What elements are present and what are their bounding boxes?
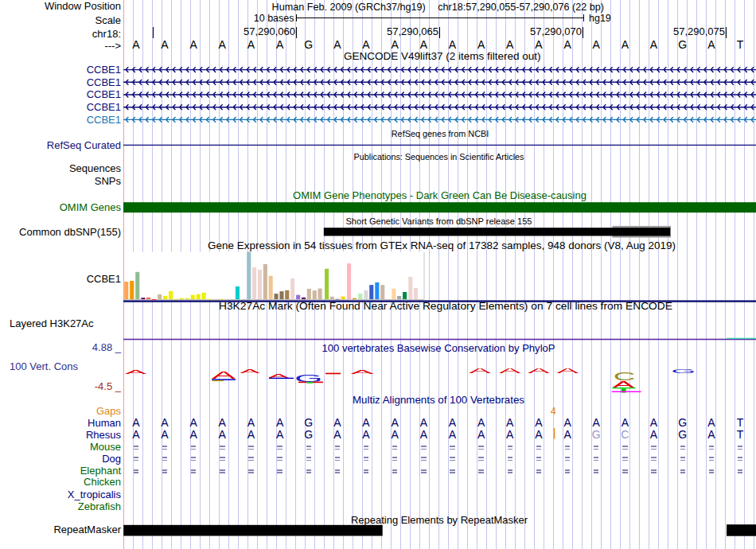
- svg-text:G: G: [678, 38, 687, 51]
- svg-text:A: A: [650, 428, 658, 441]
- svg-text:57,290,070: 57,290,070: [530, 25, 582, 37]
- svg-text:Elephant: Elephant: [80, 465, 122, 477]
- svg-text:A: A: [563, 38, 571, 51]
- svg-text:Multiz Alignments of 100 Verte: Multiz Alignments of 100 Vertebrates: [353, 394, 524, 406]
- svg-text:A: A: [528, 367, 550, 375]
- svg-text:A: A: [593, 38, 601, 51]
- svg-text:A: A: [707, 428, 715, 441]
- svg-text:G: G: [671, 368, 696, 375]
- svg-text:A: A: [477, 38, 485, 51]
- svg-text:A: A: [420, 416, 428, 429]
- svg-text:A: A: [593, 416, 601, 429]
- svg-text:Sequences: Sequences: [69, 162, 122, 174]
- svg-text:C: C: [621, 428, 629, 441]
- svg-text:A: A: [499, 367, 521, 375]
- svg-text:A: A: [449, 38, 457, 51]
- svg-text:chr18:: chr18:: [92, 28, 121, 40]
- svg-text:100 Vert. Cons: 100 Vert. Cons: [10, 360, 78, 372]
- svg-text:A: A: [622, 38, 629, 51]
- svg-text:G: G: [678, 416, 687, 429]
- svg-text:X_tropicalis: X_tropicalis: [68, 489, 122, 500]
- svg-text:CCBE1: CCBE1: [87, 101, 121, 113]
- svg-text:CCBE1: CCBE1: [87, 273, 121, 285]
- svg-text:Rhesus: Rhesus: [86, 429, 122, 441]
- svg-text:A: A: [247, 416, 255, 429]
- svg-text:T: T: [737, 428, 744, 441]
- svg-text:Window Position: Window Position: [45, 0, 121, 12]
- svg-text:Gene Expression in 54 tissues: Gene Expression in 54 tissues from GTEx …: [208, 239, 676, 251]
- svg-text:A: A: [276, 428, 284, 441]
- svg-text:A: A: [477, 428, 485, 441]
- svg-text:A: A: [563, 416, 571, 429]
- svg-text:A: A: [391, 416, 399, 429]
- svg-text:A: A: [125, 368, 147, 375]
- svg-text:Repeating Elements by RepeatMa: Repeating Elements by RepeatMasker: [351, 514, 528, 526]
- svg-text:100 vertebrates Basewise Conse: 100 vertebrates Basewise Conservation by…: [322, 342, 555, 354]
- svg-text:A: A: [362, 428, 370, 441]
- svg-text:CCBE1: CCBE1: [87, 64, 121, 76]
- svg-text:RefSeq Curated: RefSeq Curated: [47, 139, 121, 151]
- svg-text:--->: --->: [104, 40, 121, 52]
- svg-text:A: A: [362, 416, 370, 429]
- svg-text:A: A: [333, 416, 341, 429]
- svg-text:RepeatMasker: RepeatMasker: [53, 524, 121, 535]
- svg-text:A: A: [707, 416, 715, 429]
- svg-text:A: A: [563, 428, 571, 441]
- svg-text:-4.5 _: -4.5 _: [95, 380, 122, 392]
- svg-text:A: A: [132, 38, 140, 51]
- svg-text:Scale: Scale: [95, 14, 121, 26]
- svg-text:Zebrafish: Zebrafish: [78, 500, 121, 512]
- svg-text:A: A: [132, 416, 140, 429]
- svg-text:4: 4: [551, 406, 556, 417]
- svg-text:A: A: [161, 416, 169, 429]
- svg-text:A: A: [240, 368, 261, 375]
- svg-text:Layered H3K27Ac: Layered H3K27Ac: [10, 317, 94, 329]
- svg-text:A: A: [449, 416, 457, 429]
- svg-text:A: A: [506, 416, 514, 429]
- svg-text:A: A: [161, 428, 169, 441]
- svg-text:A: A: [219, 428, 227, 441]
- svg-text:G: G: [304, 38, 313, 51]
- svg-text:A: A: [535, 416, 543, 429]
- svg-text:chr18:57,290,055-57,290,076 (2: chr18:57,290,055-57,290,076 (22 bp): [438, 2, 604, 13]
- svg-text:A: A: [276, 38, 284, 51]
- svg-text:A: A: [477, 416, 485, 429]
- svg-text:A: A: [351, 368, 376, 376]
- svg-text:A: A: [420, 428, 428, 441]
- svg-text:A: A: [650, 38, 658, 51]
- svg-text:Dog: Dog: [102, 453, 121, 465]
- svg-text:4.88 _: 4.88 _: [92, 341, 122, 353]
- svg-text:A: A: [556, 367, 579, 375]
- svg-text:A: A: [189, 428, 197, 441]
- svg-text:Chicken: Chicken: [84, 476, 121, 488]
- svg-text:Human Feb. 2009 (GRCh37/hg19): Human Feb. 2009 (GRCh37/hg19): [272, 2, 426, 13]
- svg-text:Publications: Sequences in Sci: Publications: Sequences in Scientific Ar…: [354, 152, 525, 162]
- svg-text:SNPs: SNPs: [95, 175, 122, 187]
- svg-text:A: A: [650, 416, 658, 429]
- svg-text:Common dbSNP(155): Common dbSNP(155): [19, 226, 121, 238]
- svg-text:A: A: [391, 38, 399, 51]
- svg-text:A: A: [506, 428, 514, 441]
- svg-text:A: A: [247, 428, 255, 441]
- svg-text:A: A: [469, 367, 491, 375]
- svg-text:T: T: [737, 38, 744, 51]
- svg-text:Short Genetic Variants from db: Short Genetic Variants from dbSNP releas…: [346, 216, 532, 226]
- svg-text:A: A: [247, 38, 255, 51]
- svg-text:A: A: [161, 38, 169, 51]
- svg-text:A: A: [707, 38, 715, 51]
- svg-text:G: G: [304, 416, 313, 429]
- svg-text:CCBE1: CCBE1: [87, 76, 121, 88]
- svg-text:A: A: [333, 38, 341, 51]
- svg-text:A: A: [362, 38, 370, 51]
- svg-text:G: G: [678, 428, 687, 441]
- svg-text:A: A: [189, 38, 197, 51]
- svg-text:A: A: [333, 428, 341, 441]
- svg-text:57,290,065: 57,290,065: [387, 25, 438, 37]
- svg-text:A: A: [535, 428, 543, 441]
- svg-text:OMIM Gene Phenotypes - Dark Gr: OMIM Gene Phenotypes - Dark Green Can Be…: [293, 189, 586, 201]
- svg-text:GENCODE V49lift37 (2 items fil: GENCODE V49lift37 (2 items filtered out): [344, 50, 541, 62]
- svg-text:A: A: [506, 38, 514, 51]
- svg-text:A: A: [622, 416, 629, 429]
- svg-text:A: A: [535, 38, 543, 51]
- svg-text:A: A: [189, 416, 197, 429]
